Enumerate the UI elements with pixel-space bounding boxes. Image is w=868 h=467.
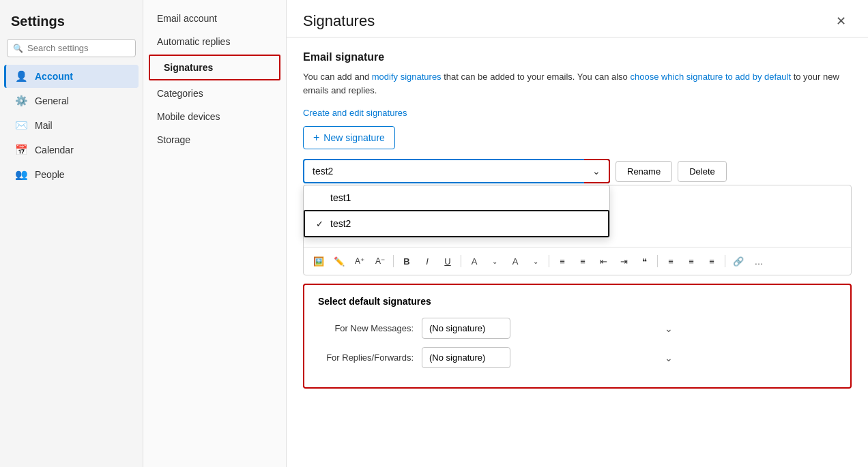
dropdown-arrow-button[interactable]: ⌄ — [584, 159, 610, 183]
new-messages-row: For New Messages: (No signature) test1 t… — [318, 318, 837, 339]
signature-select-wrapper: test2 test1 ⌄ — [303, 159, 610, 183]
toolbar-indent-right[interactable]: ⇥ — [614, 252, 633, 271]
toolbar-insert-image[interactable]: 🖼️ — [309, 252, 328, 271]
toolbar-separator-1 — [393, 255, 394, 267]
modify-link[interactable]: modify signatures — [372, 72, 442, 82]
new-messages-select[interactable]: (No signature) test1 test2 — [422, 318, 510, 339]
sidebar-item-label-mail: Mail — [35, 120, 53, 131]
toolbar-align-center[interactable]: ≡ — [682, 252, 701, 271]
toolbar-more[interactable]: … — [749, 252, 768, 271]
sidebar: Settings 🔍 👤 Account ⚙️ General ✉️ Mail … — [0, 0, 143, 467]
middle-item-email-account[interactable]: Email account — [143, 7, 286, 30]
signature-selector-row: test2 test1 ⌄ Rename Delete — [303, 159, 852, 183]
email-sig-title: Email signature — [303, 51, 852, 63]
toolbar-indent-left[interactable]: ⇤ — [594, 252, 613, 271]
content-area: Email signature You can add and modify s… — [287, 37, 868, 467]
toolbar-bold[interactable]: B — [397, 252, 416, 271]
new-sig-label: New signature — [323, 132, 385, 143]
new-signature-button[interactable]: + New signature — [303, 126, 395, 149]
dropdown-option-test1-label: test1 — [330, 192, 351, 203]
sidebar-item-account[interactable]: 👤 Account — [4, 65, 139, 88]
create-edit-link[interactable]: Create and edit signatures — [303, 108, 852, 118]
people-icon: 👥 — [15, 168, 28, 181]
close-button[interactable]: ✕ — [830, 11, 852, 31]
default-signatures-section: Select default signatures For New Messag… — [303, 284, 852, 389]
sidebar-item-label-account: Account — [35, 71, 73, 82]
replies-label: For Replies/Forwards: — [318, 352, 414, 363]
sidebar-item-calendar[interactable]: 📅 Calendar — [4, 138, 139, 162]
toolbar-highlight[interactable]: ✏️ — [330, 252, 349, 271]
middle-panel: Email account Automatic replies Signatur… — [143, 0, 287, 467]
account-icon: 👤 — [15, 70, 28, 82]
main-content: Signatures ✕ Email signature You can add… — [287, 0, 868, 467]
page-title: Signatures — [303, 12, 375, 30]
toolbar-font-size-down[interactable]: A⁻ — [371, 252, 390, 271]
middle-item-categories[interactable]: Categories — [143, 82, 286, 105]
app-title: Settings — [0, 7, 143, 36]
general-icon: ⚙️ — [15, 95, 28, 107]
sidebar-item-general[interactable]: ⚙️ General — [4, 89, 139, 112]
mail-icon: ✉️ — [15, 119, 28, 132]
toolbar-separator-3 — [549, 255, 549, 267]
replies-select-wrapper: (No signature) test1 test2 — [422, 347, 681, 368]
signature-select[interactable]: test2 test1 — [303, 159, 610, 183]
toolbar-font-color-chevron[interactable]: ⌄ — [485, 252, 504, 271]
sidebar-item-label-general: General — [35, 95, 69, 106]
toolbar-underline[interactable]: U — [438, 252, 457, 271]
sidebar-item-label-calendar: Calendar — [35, 145, 74, 155]
search-input[interactable] — [27, 43, 130, 53]
toolbar-separator-5 — [725, 255, 725, 267]
toolbar-link[interactable]: 🔗 — [729, 252, 748, 271]
toolbar-align-right[interactable]: ≡ — [702, 252, 721, 271]
no-check-spacer — [315, 192, 323, 203]
search-icon: 🔍 — [13, 44, 23, 53]
middle-item-storage[interactable]: Storage — [143, 128, 286, 151]
rename-button[interactable]: Rename — [616, 161, 672, 182]
toolbar-separator-2 — [461, 255, 461, 267]
dropdown-option-test2[interactable]: ✓ test2 — [304, 210, 609, 237]
check-icon: ✓ — [316, 219, 323, 229]
toolbar-align-left[interactable]: ≡ — [661, 252, 680, 271]
dropdown-menu: test1 ✓ test2 — [303, 185, 610, 238]
plus-icon: + — [313, 132, 319, 144]
toolbar-font-color[interactable]: A — [465, 252, 484, 271]
toolbar-bullets[interactable]: ≡ — [553, 252, 572, 271]
middle-item-automatic-replies[interactable]: Automatic replies — [143, 30, 286, 53]
middle-item-signatures[interactable]: Signatures — [149, 55, 280, 80]
toolbar-italic[interactable]: I — [418, 252, 437, 271]
replies-row: For Replies/Forwards: (No signature) tes… — [318, 347, 837, 368]
search-box[interactable]: 🔍 — [7, 39, 136, 57]
new-messages-label: For New Messages: — [318, 323, 414, 333]
email-sig-desc: You can add and modify signatures that c… — [303, 70, 852, 97]
dropdown-option-test1[interactable]: test1 — [304, 185, 609, 210]
main-header: Signatures ✕ — [287, 0, 868, 37]
default-sig-title: Select default signatures — [318, 296, 837, 307]
dropdown-option-test2-label: test2 — [330, 218, 351, 229]
sidebar-item-people[interactable]: 👥 People — [4, 163, 139, 186]
editor-toolbar: 🖼️ ✏️ A⁺ A⁻ B I U A ⌄ A ⌄ ≡ ≡ ⇤ ⇥ ❝ — [304, 247, 851, 275]
sidebar-item-mail[interactable]: ✉️ Mail — [4, 114, 139, 137]
toolbar-font-size-up[interactable]: A⁺ — [350, 252, 369, 271]
chevron-down-icon: ⌄ — [592, 166, 601, 177]
toolbar-bg-color[interactable]: A — [506, 252, 525, 271]
toolbar-bg-color-chevron[interactable]: ⌄ — [526, 252, 545, 271]
sidebar-item-label-people: People — [35, 169, 65, 180]
replies-select[interactable]: (No signature) test1 test2 — [422, 347, 510, 368]
new-messages-select-wrapper: (No signature) test1 test2 — [422, 318, 681, 339]
toolbar-blockquote[interactable]: ❝ — [635, 252, 654, 271]
delete-button[interactable]: Delete — [678, 161, 727, 182]
choose-link[interactable]: choose which signature to add by default — [630, 72, 791, 82]
toolbar-numbered[interactable]: ≡ — [573, 252, 592, 271]
toolbar-separator-4 — [657, 255, 658, 267]
middle-item-mobile-devices[interactable]: Mobile devices — [143, 105, 286, 128]
calendar-icon: 📅 — [15, 144, 28, 156]
